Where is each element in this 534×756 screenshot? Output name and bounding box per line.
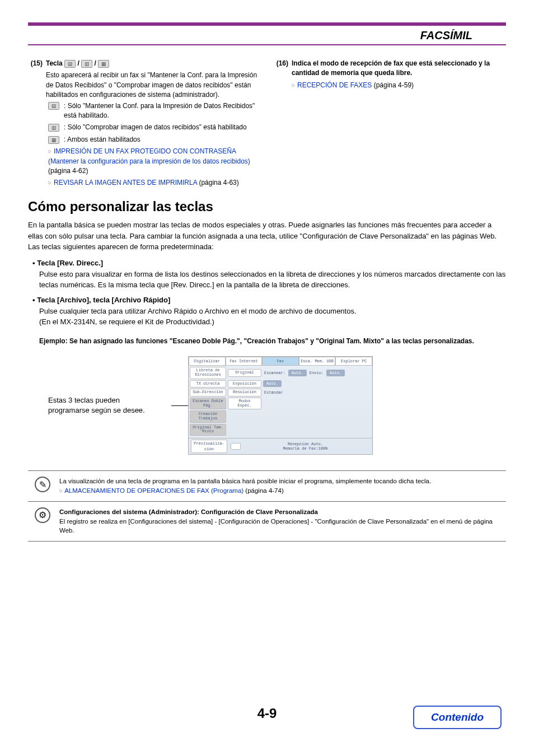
caption-line2: programarse según se desee. <box>48 405 171 416</box>
tab-explorar-pc[interactable]: Explorar PC <box>335 357 372 366</box>
item15-link1[interactable]: IMPRESIÓN DE UN FAX PROTEGIDO CON CONTRA… <box>48 147 250 165</box>
doc-icon-2: ▥ <box>81 60 92 68</box>
btn-modos[interactable]: Modos Espec. <box>228 398 261 409</box>
btn-prev[interactable]: Previsualiza-ción <box>191 440 227 453</box>
header-title: FACSÍMIL <box>420 29 472 42</box>
item16-title: Indica el modo de recepción de fax que e… <box>292 59 506 78</box>
lbl-envio: Envío: <box>308 370 325 376</box>
note2-title: Configuraciones del sistema (Administrad… <box>59 507 499 517</box>
item15-link1-page: (página 4-62) <box>48 167 88 175</box>
item15-label: Tecla <box>46 59 63 67</box>
example-line: Ejemplo: Se han asignado las funciones "… <box>28 332 506 356</box>
item15-opt2: : Sólo "Comprobar imagen de datos recibi… <box>64 123 260 132</box>
doc-icon-3b: ▦ <box>48 136 59 144</box>
contenido-button[interactable]: Contenido <box>413 706 502 729</box>
btn-libreta[interactable]: Libreta de Direcciones <box>190 367 226 379</box>
lbl-estandar: Estándar <box>263 390 284 395</box>
note1-link[interactable]: ALMACENAMIENTO DE OPERACIONES DE FAX (Pr… <box>64 487 243 494</box>
item15-opt3: : Ambos están habilitados <box>64 135 260 144</box>
item15-link2[interactable]: REVISAR LA IMAGEN ANTES DE IMPRIMIRLA <box>54 179 197 186</box>
section-heading: Cómo personalizar las teclas <box>28 197 506 217</box>
doc-icon-1b: ▤ <box>48 102 59 110</box>
slash2: / <box>95 59 99 67</box>
device-screen: Digitalizar Fax Internet Fax Esca. Mem. … <box>188 356 373 455</box>
item15-link2-page: (página 4-63) <box>197 179 239 186</box>
auto1: Auto. <box>288 370 307 376</box>
pointer-icon: ☞ <box>292 82 296 89</box>
btn-subdir[interactable]: Sub-Dirección <box>190 389 226 396</box>
note-gear-icon: ⚙ <box>35 507 50 523</box>
pointer-icon: ☞ <box>59 487 63 494</box>
item16-link-page: (página 4-59) <box>372 81 414 89</box>
tab-fax[interactable]: Fax <box>262 357 299 366</box>
item16-link[interactable]: RECEPCIÓN DE FAXES <box>297 81 372 89</box>
doc-icon-2b: ▥ <box>48 124 59 132</box>
caption-line1: Estas 3 teclas pueden <box>48 395 171 405</box>
status-phone-icon <box>231 443 241 450</box>
note2-body: El registro se realiza en [Configuracion… <box>59 517 499 535</box>
btn-tx[interactable]: TX directa <box>190 380 226 388</box>
doc-icon-3: ▦ <box>98 60 109 68</box>
note-pencil-icon: ✎ <box>35 477 50 492</box>
intro-para: En la pantalla básica se pueden mostrar … <box>28 220 506 253</box>
lbl-escanear: Escanear: <box>263 370 287 376</box>
item16-num: (16) <box>274 59 292 90</box>
btn-resol[interactable]: Resolución <box>228 389 261 396</box>
status2: Memoria de Fax:100% <box>241 446 370 451</box>
doc-icon-1: ▤ <box>64 60 76 68</box>
tab-esca-mem-usb[interactable]: Esca. Mem. USB <box>299 357 336 366</box>
btn-creacion[interactable]: Creación Trabajos <box>190 410 226 422</box>
bullet1-title: • Tecla [Rev. Direcc.] <box>28 258 506 269</box>
bullet2-body2: (En el MX-2314N, se requiere el Kit de P… <box>39 316 506 328</box>
btn-esc-doble[interactable]: Escaneo Doble Pág. <box>190 398 226 409</box>
pointer-icon: ☞ <box>48 148 52 155</box>
btn-expo[interactable]: Exposición <box>228 380 261 388</box>
btn-origtam[interactable]: Original Tam. Mixto <box>190 424 226 436</box>
item15-desc: Esto aparecerá al recibir un fax si "Man… <box>46 71 260 100</box>
bullet1-body: Pulse esto para visualizar en forma de l… <box>28 269 506 291</box>
tab-fax-internet[interactable]: Fax Internet <box>226 357 263 366</box>
auto2: Auto. <box>326 370 345 376</box>
status1: Recepción Auto. <box>241 442 370 446</box>
item15-opt1: : Sólo "Mantener la Conf. para la Impres… <box>64 101 260 121</box>
auto3: Auto. <box>263 380 282 387</box>
note1-link-page: (página 4-74) <box>243 487 284 494</box>
pointer-icon: ☞ <box>48 179 52 186</box>
btn-original[interactable]: Original <box>228 369 261 377</box>
tab-digitalizar[interactable]: Digitalizar <box>189 357 226 366</box>
bullet2-body1: Pulse cualquier tecla para utilizar Arch… <box>39 306 506 317</box>
slash1: / <box>77 59 81 67</box>
connector-line <box>171 405 188 406</box>
note1-text: La visualización de una tecla de program… <box>59 477 499 486</box>
item15-num: (15) <box>28 59 46 100</box>
bullet2-title: • Tecla [Archivo], tecla [Archivo Rápido… <box>28 295 506 306</box>
